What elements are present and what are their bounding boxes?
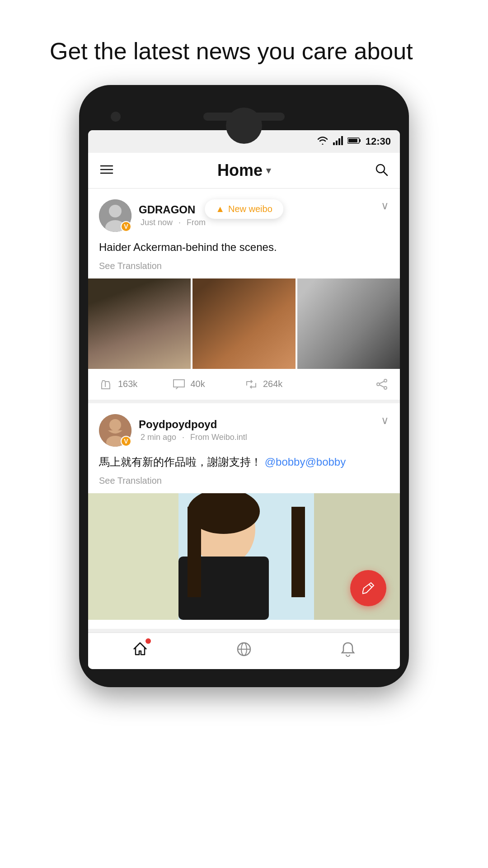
post-card-2: V Poydpoydpoyd 2 min ago · From Weibo.in…	[88, 403, 400, 632]
post-user-info-1: GDRAGON Just now · From	[139, 203, 207, 227]
post-time-2: 2 min ago	[141, 433, 176, 442]
svg-rect-5	[359, 139, 361, 142]
svg-point-21	[109, 419, 121, 431]
phone-shell: 12:30 Home ▾	[79, 85, 409, 687]
bottom-nav	[88, 632, 400, 669]
post-user-info-2: Poydpoydpoyd 2 min ago · From Weibo.intl	[139, 418, 249, 442]
post-meta-1: Just now · From	[139, 218, 207, 227]
new-weibo-toast[interactable]: ▲ New weibo	[205, 199, 283, 219]
post-header-left-1: V GDRAGON Just now · From	[99, 199, 207, 232]
action-bar-1: 163k 40k	[99, 369, 389, 400]
svg-rect-2	[338, 138, 340, 145]
post-images-2	[88, 493, 400, 620]
svg-line-31	[369, 585, 372, 587]
post-image-1-2[interactable]	[192, 278, 295, 369]
svg-rect-24	[88, 493, 178, 620]
post-content-1: Haider Ackerman-behind the scenes.	[99, 239, 389, 255]
share-action-1[interactable]	[317, 377, 389, 392]
phone-top-bar	[88, 103, 400, 130]
nav-discover[interactable]	[235, 640, 253, 660]
post-time-1: Just now	[141, 218, 173, 227]
notifications-icon	[339, 640, 357, 660]
status-icons: 12:30	[317, 136, 391, 147]
comment-action-1[interactable]: 40k	[172, 377, 244, 392]
like-count-1: 163k	[118, 379, 137, 389]
post-source-1: From	[187, 218, 206, 227]
search-icon[interactable]	[374, 162, 389, 179]
post-separator-1: ·	[178, 218, 183, 227]
post-source-2: From Weibo.intl	[190, 433, 247, 442]
phone-screen: 12:30 Home ▾	[88, 130, 400, 669]
post-options-1[interactable]: ∨	[381, 199, 389, 212]
signal-icon	[333, 136, 343, 147]
post-username-1: GDRAGON	[139, 203, 207, 216]
svg-rect-29	[188, 507, 201, 597]
post-header-1: V GDRAGON Just now · From ∨	[99, 199, 389, 232]
compose-fab[interactable]	[350, 570, 386, 606]
post-content-text-2: 馬上就有新的作品啦，謝謝支持！	[99, 456, 262, 468]
post-separator-2: ·	[182, 433, 187, 442]
post-card-1: V GDRAGON Just now · From ∨	[88, 189, 400, 403]
status-bar: 12:30	[88, 130, 400, 153]
post-image-1-3[interactable]	[297, 278, 400, 369]
battery-icon	[347, 137, 361, 146]
svg-rect-6	[348, 139, 357, 142]
post-header-2: V Poydpoydpoyd 2 min ago · From Weibo.in…	[99, 414, 389, 447]
post-options-2[interactable]: ∨	[381, 414, 389, 427]
svg-point-17	[377, 383, 380, 386]
svg-point-15	[384, 379, 387, 382]
phone-speaker	[203, 113, 285, 121]
phone-camera	[111, 112, 121, 122]
like-action-1[interactable]: 163k	[99, 377, 172, 392]
new-weibo-arrow: ▲	[216, 204, 225, 214]
svg-line-18	[380, 381, 384, 383]
post-header-left-2: V Poydpoydpoyd 2 min ago · From Weibo.in…	[99, 414, 249, 447]
discover-icon	[235, 640, 253, 660]
status-time: 12:30	[366, 136, 391, 147]
header-title-text: Home	[217, 161, 263, 180]
post-username-2: Poydpoydpoyd	[139, 418, 249, 431]
app-header: Home ▾	[88, 153, 400, 189]
wifi-icon	[317, 136, 328, 147]
svg-point-16	[384, 387, 387, 389]
svg-rect-30	[291, 507, 305, 597]
verified-badge-1: V	[121, 221, 131, 232]
svg-line-11	[384, 172, 387, 175]
new-weibo-label: New weibo	[228, 204, 272, 214]
nav-notifications[interactable]	[339, 640, 357, 660]
see-translation-1[interactable]: See Translation	[99, 261, 389, 271]
post-content-2: 馬上就有新的作品啦，謝謝支持！ @bobby@bobby	[99, 454, 389, 470]
post-image-1-1[interactable]	[88, 278, 191, 369]
repost-action-1[interactable]: 264k	[244, 377, 317, 392]
feed: V GDRAGON Just now · From ∨	[88, 189, 400, 632]
post-images-1	[88, 278, 400, 369]
hamburger-icon[interactable]	[99, 162, 114, 179]
header-title[interactable]: Home ▾	[217, 161, 271, 180]
avatar-1: V	[99, 199, 131, 232]
chevron-down-icon: ▾	[266, 165, 271, 176]
svg-line-19	[380, 385, 384, 387]
page-tagline: Get the latest news you care about	[50, 36, 438, 67]
svg-rect-3	[341, 136, 343, 145]
post-mention-2b[interactable]: @bobby	[305, 456, 346, 468]
see-translation-2[interactable]: See Translation	[99, 476, 389, 486]
post-meta-2: 2 min ago · From Weibo.intl	[139, 433, 249, 442]
svg-rect-1	[336, 141, 338, 145]
home-notification-dot	[145, 638, 151, 644]
comment-count-1: 40k	[191, 379, 205, 389]
repost-count-1: 264k	[263, 379, 282, 389]
post-image-2-1[interactable]	[88, 493, 400, 620]
verified-badge-2: V	[121, 436, 131, 447]
avatar-2: V	[99, 414, 131, 447]
post-mention-2[interactable]: @bobby	[265, 456, 305, 468]
nav-home[interactable]	[131, 640, 149, 660]
svg-rect-0	[333, 142, 335, 145]
svg-point-13	[109, 205, 122, 217]
